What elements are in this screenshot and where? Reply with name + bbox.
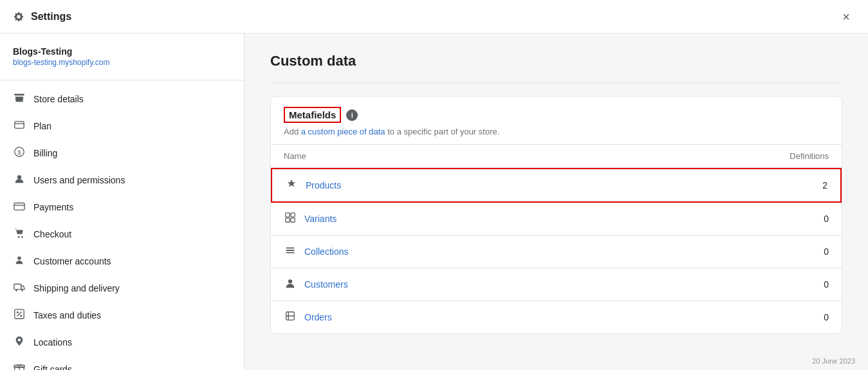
metafields-title: Metafields — [284, 107, 341, 123]
svg-rect-23 — [291, 218, 295, 222]
gift-icon — [13, 362, 26, 370]
close-button[interactable]: × — [837, 8, 855, 26]
customers-row-left: Customers — [284, 277, 348, 291]
products-icon — [285, 178, 298, 192]
sidebar-item-customer-accounts-label: Customer accounts — [33, 256, 111, 266]
top-bar: Settings × — [0, 0, 868, 33]
orders-row-count: 0 — [824, 312, 829, 322]
sidebar-item-gift-cards[interactable]: Gift cards — [0, 356, 244, 370]
metafields-card-header: Metafields i Add a custom piece of data … — [271, 97, 842, 144]
taxes-icon — [13, 308, 26, 322]
sidebar-item-checkout-label: Checkout — [33, 229, 71, 239]
products-row-label[interactable]: Products — [306, 180, 341, 190]
svg-point-15 — [17, 311, 18, 313]
svg-rect-0 — [15, 122, 24, 129]
customers-row-count: 0 — [824, 279, 829, 290]
billing-icon: $ — [13, 146, 26, 160]
main-content: Custom data Metafields i Add a custom pi… — [245, 33, 868, 370]
sidebar-item-store-details[interactable]: Store details — [0, 86, 244, 113]
variants-icon — [284, 212, 297, 226]
customers-row-label[interactable]: Customers — [304, 279, 348, 290]
svg-rect-10 — [14, 284, 21, 290]
users-icon — [13, 173, 26, 187]
sidebar-item-taxes-label: Taxes and duties — [33, 310, 101, 320]
store-url[interactable]: blogs-testing.myshopify.com — [0, 58, 244, 77]
table-header: Name Definitions — [271, 144, 842, 168]
variants-row-label[interactable]: Variants — [304, 214, 337, 224]
top-bar-left: Settings — [13, 11, 71, 23]
products-row-count: 2 — [822, 180, 827, 190]
metafields-description-link[interactable]: a custom piece of data — [301, 127, 385, 136]
table-row-customers[interactable]: Customers 0 — [271, 268, 842, 301]
payments-icon — [13, 200, 26, 214]
sidebar-item-billing-label: Billing — [33, 148, 57, 158]
svg-point-12 — [21, 290, 23, 291]
checkout-icon — [13, 227, 26, 241]
sidebar-item-users-label: Users and permissions — [33, 175, 125, 185]
locations-icon — [13, 335, 26, 349]
metafields-card: Metafields i Add a custom piece of data … — [270, 96, 842, 334]
sidebar-item-locations-label: Locations — [33, 337, 72, 347]
svg-text:$: $ — [17, 149, 21, 156]
sidebar-divider — [0, 80, 244, 80]
svg-point-16 — [21, 315, 22, 317]
table-row-collections[interactable]: Collections 0 — [271, 236, 842, 268]
customers-icon — [284, 277, 297, 291]
svg-point-8 — [21, 236, 23, 238]
variants-row-left: Variants — [284, 212, 337, 226]
sidebar: Blogs-Testing blogs-testing.myshopify.co… — [0, 33, 245, 370]
info-icon[interactable]: i — [346, 109, 358, 121]
sidebar-item-plan-label: Plan — [33, 121, 51, 131]
sidebar-item-shipping-label: Shipping and delivery — [33, 283, 120, 293]
customer-accounts-icon — [13, 254, 26, 268]
store-name: Blogs-Testing — [0, 46, 244, 58]
table-col-name: Name — [284, 151, 306, 161]
collections-row-label[interactable]: Collections — [304, 246, 348, 257]
variants-row-count: 0 — [824, 214, 829, 224]
plan-icon — [13, 119, 26, 133]
sidebar-item-payments-label: Payments — [33, 202, 73, 212]
table-row-variants[interactable]: Variants 0 — [271, 203, 842, 236]
table-row-orders[interactable]: Orders 0 — [271, 301, 842, 333]
svg-point-24 — [288, 279, 292, 283]
date-stamp: 20 June 2023 — [812, 357, 855, 365]
svg-rect-20 — [286, 213, 290, 217]
collections-icon — [284, 245, 297, 259]
sidebar-item-plan[interactable]: Plan — [0, 113, 244, 140]
orders-row-label[interactable]: Orders — [304, 312, 332, 322]
sidebar-item-locations[interactable]: Locations — [0, 329, 244, 356]
store-icon — [13, 92, 26, 106]
layout: Blogs-Testing blogs-testing.myshopify.co… — [0, 33, 868, 370]
svg-point-9 — [17, 257, 21, 260]
custom-data-title: Custom data — [270, 53, 842, 69]
svg-rect-21 — [291, 213, 295, 217]
collections-row-left: Collections — [284, 245, 348, 259]
sidebar-item-gift-cards-label: Gift cards — [33, 364, 72, 370]
svg-point-11 — [15, 290, 17, 291]
orders-row-left: Orders — [284, 310, 332, 324]
table-col-definitions: Definitions — [790, 151, 829, 161]
svg-rect-22 — [286, 218, 290, 222]
sidebar-item-payments[interactable]: Payments — [0, 194, 244, 221]
sidebar-item-customer-accounts[interactable]: Customer accounts — [0, 248, 244, 275]
svg-point-4 — [17, 175, 21, 179]
sidebar-item-taxes[interactable]: Taxes and duties — [0, 302, 244, 329]
svg-point-7 — [18, 236, 20, 238]
sidebar-item-shipping[interactable]: Shipping and delivery — [0, 275, 244, 302]
metafields-title-row: Metafields i — [284, 107, 829, 123]
metafields-description: Add a custom piece of data to a specific… — [284, 127, 829, 136]
title-divider — [270, 82, 842, 83]
sidebar-item-users-permissions[interactable]: Users and permissions — [0, 167, 244, 194]
table-row-products[interactable]: Products 2 — [271, 168, 842, 203]
gear-icon — [13, 11, 24, 23]
sidebar-item-store-details-label: Store details — [33, 94, 84, 104]
page-title: Settings — [31, 11, 71, 23]
products-row-left: Products — [285, 178, 341, 192]
shipping-icon — [13, 281, 26, 295]
collections-row-count: 0 — [824, 246, 829, 257]
svg-rect-5 — [14, 203, 24, 210]
orders-icon — [284, 310, 297, 324]
sidebar-item-billing[interactable]: $ Billing — [0, 140, 244, 167]
sidebar-item-checkout[interactable]: Checkout — [0, 221, 244, 248]
